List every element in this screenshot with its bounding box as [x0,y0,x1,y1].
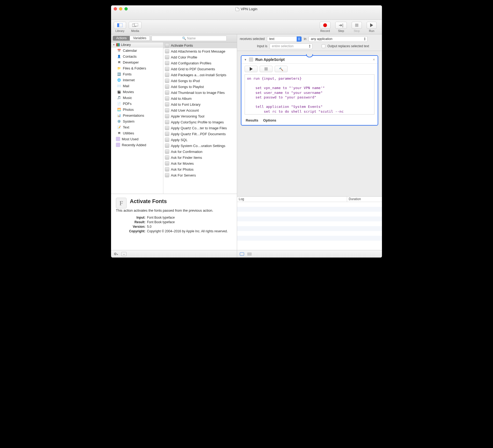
toolbar: Library Media Record ➔|Step Stop Run [111,20,382,34]
duration-column-header[interactable]: Duration [347,197,382,202]
action-list-item[interactable]: Apply SQL [163,137,237,143]
variables-view-icon[interactable] [247,253,252,255]
library-item[interactable]: 🎬Movies [111,89,163,95]
category-icon: ✉️ [117,84,121,88]
input-is-label: Input is [257,44,267,48]
action-list-item[interactable]: Add Grid to PDF Documents [163,66,237,72]
step-icon: ➔| [339,23,343,28]
record-button[interactable]: Record [320,22,330,32]
action-list-item[interactable]: Ask for Finder Items [163,155,237,160]
action-list-item[interactable]: Apple Versioning Tool [163,113,237,119]
library-header[interactable]: ▼ Library [111,42,163,47]
action-list-item[interactable]: Add User Account [163,107,237,113]
close-window-button[interactable] [114,7,117,10]
log-column-header[interactable]: Log [237,197,347,202]
script-run-button[interactable] [245,66,257,72]
action-list-item[interactable]: Add Songs to Playlist [163,84,237,90]
actions-list[interactable]: Activate FontsAdd Attachments to Front M… [163,42,237,178]
play-icon [370,23,373,27]
log-pane: Log Duration [237,196,382,250]
action-list-item[interactable]: Apply ColorSync Profile to Images [163,119,237,125]
svg-rect-1 [119,23,123,27]
library-item[interactable]: ⚙️System [111,118,163,124]
action-icon [165,132,169,136]
smart-folder-icon [116,143,120,147]
workflow-view-icon[interactable] [240,252,244,256]
output-replaces-label: Output replaces selected text [328,44,369,48]
script-compile-button[interactable]: 🔨 [275,66,288,72]
library-item[interactable]: 📁Files & Folders [111,65,163,71]
library-item[interactable]: 🌅Photos [111,107,163,112]
action-icon [165,126,169,130]
close-icon[interactable]: × [373,57,375,62]
library-item[interactable]: 🎵Music [111,95,163,101]
variables-segment[interactable]: Variables [130,36,149,41]
library-item[interactable]: 🛠Utilities [111,130,163,136]
library-item[interactable]: 🔤Fonts [111,71,163,77]
disclosure-triangle-icon[interactable]: ▼ [113,43,115,46]
results-tab[interactable]: Results [246,118,258,122]
action-list-item[interactable]: Add Attachments to Front Message [163,48,237,54]
action-list-item[interactable]: Add Packages a…ost-Install Scripts [163,72,237,78]
action-icon [165,85,169,89]
library-item[interactable]: ✉️Mail [111,83,163,89]
receives-type-select[interactable]: text ▲▼ [267,36,302,42]
svg-rect-3 [134,23,138,26]
run-button[interactable]: Run [367,22,377,32]
category-icon: 🎬 [117,90,121,94]
action-list-item[interactable]: Ask For Servers [163,172,237,178]
input-is-select[interactable]: entire selection ▲▼ [270,43,312,49]
action-list-item[interactable]: Apply Quartz Co…ter to Image Files [163,125,237,131]
library-item[interactable]: 📝Text [111,124,163,130]
script-editor[interactable]: on run {input, parameters} set vpn_name … [245,74,374,115]
automator-window: VPN Login Library Media Record ➔|Step St… [111,5,382,258]
action-list-item[interactable]: Add Color Profile [163,54,237,60]
library-item[interactable]: 📄PDFs [111,101,163,107]
library-toolbar-button[interactable]: Library [114,22,126,32]
category-icon: 👤 [117,54,121,58]
action-list-item[interactable]: Add Thumbnail Icon to Image Files [163,90,237,96]
zoom-window-button[interactable] [124,7,128,10]
disclosure-triangle-icon[interactable]: ▼ [244,58,247,61]
gear-icon[interactable]: ⚙︎▾ [114,252,118,256]
library-item[interactable]: 🛠Developer [111,59,163,65]
action-icon [165,144,169,148]
action-list-item[interactable]: Add Configuration Profiles [163,60,237,66]
library-item[interactable]: 👤Contacts [111,53,163,59]
actions-variables-segment[interactable]: Actions Variables [113,36,150,41]
action-icon [165,49,169,53]
library-category-list[interactable]: 📅Calendar👤Contacts🛠Developer📁Files & Fol… [111,47,163,148]
library-item[interactable]: 📊Presentations [111,112,163,118]
stop-button[interactable]: Stop [352,22,362,32]
library-smart-item[interactable]: Most Used [111,136,163,142]
library-smart-item[interactable]: Recently Added [111,142,163,148]
action-list-item[interactable]: Ask for Confirmation [163,149,237,155]
media-toolbar-button[interactable]: Media [129,22,142,32]
actions-segment[interactable]: Actions [113,36,130,41]
category-icon: 📄 [117,101,121,106]
action-list-item[interactable]: Ask for Photos [163,166,237,172]
search-input[interactable]: 🔍 Name [152,36,227,41]
action-list-item[interactable]: Apply Quartz Filt…PDF Documents [163,131,237,137]
action-list-item[interactable]: Add Songs to iPod [163,78,237,84]
action-list-item[interactable]: Ask for Movies [163,160,237,166]
options-tab[interactable]: Options [263,118,276,122]
output-replaces-checkbox[interactable] [322,44,325,48]
workflow-canvas[interactable]: ▼ Run AppleScript × 🔨 on run {input, par… [237,51,382,196]
library-item[interactable]: 📅Calendar [111,47,163,53]
receives-app-select[interactable]: any application ▲▼ [308,36,367,42]
action-list-item[interactable]: Add to Font Library [163,101,237,107]
step-button[interactable]: ➔|Step [335,22,347,32]
play-icon [250,67,253,71]
category-icon: 🌅 [117,107,121,112]
action-list-item[interactable]: Activate Fonts [163,42,237,48]
action-list-item[interactable]: Add to Album [163,96,237,101]
toggle-description-button[interactable]: ⌄ [121,252,127,256]
run-applescript-action[interactable]: ▼ Run AppleScript × 🔨 on run {input, par… [241,55,378,126]
action-list-item[interactable]: Apply System Co…uration Settings [163,143,237,149]
library-item[interactable]: 🌐Internet [111,77,163,83]
script-stop-button[interactable] [260,66,273,72]
action-icon [165,108,169,112]
minimize-window-button[interactable] [119,7,122,10]
action-description-pane: F Activate Fonts This action activates t… [111,194,237,250]
